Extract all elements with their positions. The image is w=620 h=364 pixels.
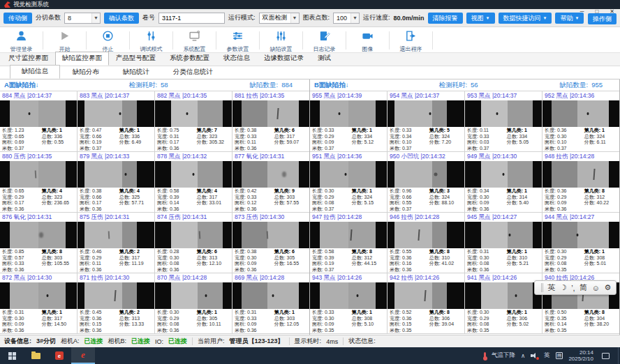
defect-cell[interactable]: 879 黑点 |20:14:33 长度: 0.38 宽度: 0.66 面积: 0… [78,152,155,213]
tab-system-params[interactable]: 系统参数配置 [163,52,216,66]
maximize-button[interactable]: □ [595,8,598,15]
defect-cell[interactable]: 942 拉伤 |20:14:26 长度: 0.52 宽度: 0.36 面积: 0… [388,273,465,334]
gear-icon[interactable]: ⚙ [605,283,612,292]
view-menu-button[interactable]: 视图▼ [466,13,495,24]
defect-cell[interactable]: 882 黑点 |20:14:35 长度: 0.75 宽度: 0.31 面积: 0… [155,91,232,152]
defect-cell[interactable]: 869 黑点 |20:14:28 长度: 0.31 宽度: 0.33 面积: 0… [232,273,310,334]
start-button[interactable]: 开始 [45,29,84,52]
run-mode-select[interactable]: 双面检测 ▼ [259,13,300,24]
defect-head: 877 氧化 |20:14:31 [232,152,309,161]
stop-button[interactable]: 停止 [88,29,128,52]
defect-cell[interactable]: 954 黑点 |20:14:37 长度: 0.33 宽度: 0.34 面积: 0… [388,91,465,152]
defect-cell[interactable]: 884 黑点 |20:14:37 长度: 1.23 宽度: 0.65 面积: 0… [0,91,78,152]
system-config-button[interactable]: 系统配置 [175,29,214,52]
operate-side-button[interactable]: 操作侧 [588,13,617,24]
moon-icon[interactable]: ☽ [560,283,567,292]
defect-cell[interactable]: 874 压伤 |20:14:31 长度: 0.28 宽度: 0.30 面积: 0… [155,213,232,273]
confirm-count-button[interactable]: 确认条数 [104,13,139,24]
defect-cell[interactable]: 948 拉伤 |20:14:28 长度: 0.36 宽度: 0.29 面积: 0… [542,152,620,213]
subtab-defect-stats[interactable]: 缺陷统计 [112,66,161,79]
defect-cell[interactable]: 878 黑点 |20:14:32 长度: 0.58 宽度: 0.39 面积: 0… [155,152,232,213]
close-button[interactable]: ✕ [610,8,614,15]
divider [259,31,260,50]
punctuation-toggle[interactable]: ’, [571,284,575,292]
file-explorer-button[interactable] [24,347,47,364]
val-length: 长度: 0.46 [80,249,119,255]
val-meter: 米数: 0.36 [467,267,507,273]
val-area: 面积: 0.17 [2,200,42,206]
pinned-app-button[interactable]: e [47,347,71,364]
tab-edge-data[interactable]: 边缘数据记录 [257,52,311,66]
defect-cell[interactable]: 873 压伤 |20:14:30 长度: 0.38 宽度: 0.30 面积: 0… [232,213,310,273]
defect-cell[interactable]: 941 黑点 |20:14:26 长度: 0.30 宽度: 0.29 面积: 0… [465,273,542,334]
defect-cell[interactable]: 876 氧化 |20:14:31 长度: 0.85 宽度: 0.57 面积: 0… [0,213,78,273]
defect-cell[interactable]: 953 黑点 |20:14:37 长度: 0.11 宽度: 0.33 面积: 0… [465,91,542,152]
log-record-button[interactable]: 日志记录 [304,29,344,52]
slit-count-select[interactable]: 8 ▼ [64,13,101,24]
defect-cell[interactable]: 870 黑点 |20:14:28 长度: 0.30 宽度: 0.29 面积: 0… [155,273,232,334]
tab-status-info[interactable]: 状态信息 [216,52,257,66]
tab-defect-monitor[interactable]: 缺陷监控界面 [55,52,109,66]
coil-input[interactable] [158,13,225,24]
val-width: 宽度: 0.29 [467,316,507,322]
data-quick-menu-button[interactable]: 数据快捷访问▼ [499,13,552,24]
defect-cell[interactable]: 949 黑点 |20:14:30 长度: 0.34 宽度: 0.30 面积: 0… [465,152,542,213]
image-button[interactable]: 图像 [348,29,388,52]
chart-points-select[interactable]: 100 ▼ [333,13,360,24]
debug-mode-button[interactable]: 调试模式 [131,29,171,52]
defect-cell[interactable]: 872 黑点 |20:14:30 长度: 0.31 宽度: 0.30 面积: 0… [0,273,78,334]
admin-login-button[interactable]: 管理登录 [1,29,41,52]
defect-head: 876 氧化 |20:14:31 [0,213,77,222]
defect-cell[interactable]: 944 黑点 |20:14:27 长度: 0.30 宽度: 0.29 面积: 0… [542,213,620,273]
defect-mark [266,231,268,238]
exit-program-button[interactable]: 退出程序 [391,29,431,52]
taskbar-clock[interactable]: 20:14 2025/2/10 [568,349,593,362]
defect-cell[interactable]: 951 黑点 |20:14:36 长度: 0.30 宽度: 0.29 面积: 0… [310,152,388,213]
start-button[interactable] [0,347,24,364]
defect-cell[interactable]: 880 压伤 |20:14:35 长度: 0.65 宽度: 0.29 面积: 0… [0,152,78,213]
tab-size-monitor[interactable]: 尺寸监控界面 [1,52,55,66]
defect-cell[interactable]: 950 小凹坑 |20:14:32 长度: 0.96 宽度: 0.66 面积: … [388,152,465,213]
defect-cell[interactable]: 883 黑点 |20:14:37 长度: 0.47 宽度: 0.66 面积: 0… [78,91,155,152]
defect-cell[interactable]: 943 黑点 |20:14:26 长度: 0.33 宽度: 0.30 面积: 0… [310,273,388,334]
defect-cell[interactable]: 947 拉伤 |20:14:28 长度: 0.58 宽度: 0.39 面积: 0… [310,213,388,273]
val-class: 第几类: 1 [507,249,540,255]
subtab-defect-info[interactable]: 缺陷信息 [10,65,60,79]
tab-test[interactable]: 测试 [311,52,338,66]
notification-center-icon[interactable] [602,353,610,359]
drag-handle[interactable] [541,283,543,292]
ime-lang-toggle[interactable]: 英 [547,282,555,293]
active-app-button[interactable]: e [71,347,95,364]
tray-expand-button[interactable]: ∧ [521,352,525,359]
drive-side-button[interactable]: 传动侧 [3,13,32,24]
defect-cell[interactable]: 871 拉伤 |20:14:30 长度: 0.45 宽度: 0.36 面积: 0… [78,273,155,334]
tab-product-config[interactable]: 产品型号配置 [109,52,163,66]
ime-mode-icon[interactable]: ▤ [556,352,563,359]
defect-head: 954 黑点 |20:14:37 [388,91,464,100]
speaker-muted-icon[interactable] [531,352,538,359]
show-desktop-strip[interactable] [618,347,619,364]
defect-image [0,161,77,188]
chevron-down-icon: ▼ [91,13,100,23]
defect-cell[interactable]: 952 黑点 |20:14:36 长度: 0.36 宽度: 0.30 面积: 0… [542,91,620,152]
defect-cell[interactable]: 877 氧化 |20:14:31 长度: 0.42 宽度: 0.33 面积: 0… [232,152,310,213]
simplified-toggle[interactable]: 简 [580,282,587,293]
clear-alarm-button[interactable]: 清除报警 [428,13,463,24]
defect-mark [282,172,286,177]
defect-cell[interactable]: 945 黑点 |20:14:27 长度: 0.31 宽度: 0.30 面积: 0… [465,213,542,273]
defect-cell[interactable]: 881 拉伤 |20:14:35 长度: 0.38 宽度: 0.33 面积: 0… [232,91,310,152]
red-app-icon: e [55,351,64,360]
weather-text[interactable]: 气温下降 [492,351,515,360]
defect-image [78,282,154,309]
param-settings-button[interactable]: 参数设置 [218,29,258,52]
subtab-defect-distribution[interactable]: 缺陷分布 [61,66,110,79]
minimize-button[interactable]: ─ [580,8,584,15]
defect-cell[interactable]: 946 拉伤 |20:14:28 长度: 0.55 宽度: 0.36 面积: 0… [388,213,465,273]
emoji-icon[interactable]: ☺ [592,284,600,292]
defect-cell[interactable]: 955 黑点 |20:14:39 长度: 0.33 宽度: 0.29 面积: 0… [310,91,388,152]
defect-cell[interactable]: 875 压伤 |20:14:31 长度: 0.46 宽度: 0.29 面积: 0… [78,213,155,273]
defect-mark [508,234,510,236]
ime-lang-indicator[interactable]: 英 [544,351,550,360]
defect-settings-button[interactable]: 缺陷设置 [261,29,301,52]
subtab-class-stats[interactable]: 分类信息统计 [162,66,224,79]
